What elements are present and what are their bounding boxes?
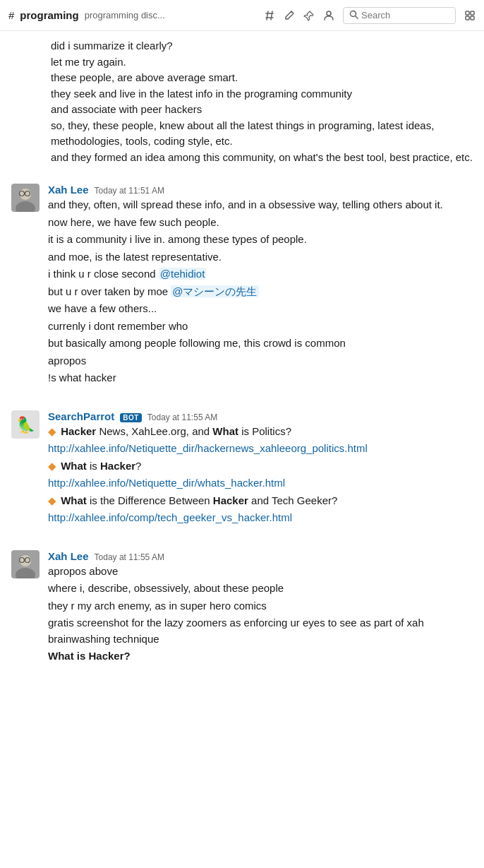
- timestamp: Today at 11:55 AM: [95, 552, 164, 562]
- message-body: Xah LeeToday at 11:51 AMand they, often,…: [48, 184, 473, 388]
- message-line: i think u r close second @tehidiot: [48, 266, 473, 283]
- message-line: we have a few others...: [48, 301, 473, 317]
- message-body: SearchParrotBOTToday at 11:55 AM◆ Hacker…: [48, 410, 473, 528]
- message-line: but u r over taken by moe @マシーンの先生: [48, 284, 473, 300]
- message-line: gratis screenshot for the lazy zoomers a…: [48, 615, 473, 647]
- message-with-avatar: Xah LeeToday at 11:51 AMand they, often,…: [0, 178, 484, 393]
- author-name[interactable]: Xah Lee: [48, 184, 89, 196]
- message-line: did i summarize it clearly?: [51, 38, 473, 54]
- message-line: What is Hacker?: [48, 648, 473, 665]
- hash-icon-2[interactable]: [264, 10, 275, 21]
- svg-rect-5: [471, 16, 474, 20]
- svg-point-0: [327, 11, 331, 16]
- message-line: http://xahlee.info/Netiquette_dir/hacker…: [48, 441, 473, 457]
- message-line: http://xahlee.info/Netiquette_dir/whats_…: [48, 475, 473, 492]
- pencil-icon[interactable]: [284, 10, 295, 21]
- message-text: apropos abovewhere i, describe, obsessiv…: [48, 564, 473, 665]
- message-line: where i, describe, obsessively, about th…: [48, 581, 473, 597]
- toolbar: # programing programming disc...: [0, 0, 484, 31]
- svg-text:🦜: 🦜: [16, 415, 36, 434]
- svg-rect-2: [466, 11, 469, 15]
- message-text: ◆ Hacker News, XahLee.org, and What is P…: [48, 424, 473, 526]
- message-line: but basically among people following me,…: [48, 335, 473, 352]
- message-line: so, they, these people, knew about all t…: [51, 118, 473, 150]
- message-with-avatar: 🦜 SearchParrotBOTToday at 11:55 AM◆ Hack…: [0, 405, 484, 533]
- avatar: 🦜: [11, 410, 40, 439]
- author-name[interactable]: SearchParrot: [48, 410, 114, 422]
- message-line: and moe, is the latest representative.: [48, 249, 473, 266]
- svg-rect-3: [471, 11, 474, 15]
- search-icon: [349, 10, 358, 21]
- channel-description: programming disc...: [85, 10, 176, 20]
- message-line: ◆ What is the Difference Between Hacker …: [48, 493, 473, 509]
- message-text: and they, often, will spread these info,…: [48, 197, 473, 386]
- bot-badge: BOT: [120, 413, 142, 422]
- message-line: these people, are above average smart.: [51, 70, 473, 86]
- avatar: [11, 184, 40, 212]
- hash-icon: #: [8, 9, 14, 21]
- message-continuation: did i summarize it clearly?let me try ag…: [0, 37, 484, 167]
- person-icon[interactable]: [323, 10, 334, 21]
- svg-point-1: [351, 11, 356, 16]
- message-line: ◆ Hacker News, XahLee.org, and What is P…: [48, 424, 473, 440]
- message-line: now here, we have few such people.: [48, 215, 473, 231]
- message-header: Xah LeeToday at 11:55 AM: [48, 550, 473, 562]
- grid-icon[interactable]: [464, 10, 476, 21]
- message-line: apropos above: [48, 564, 473, 580]
- message-line: let me try again.: [51, 54, 473, 71]
- message-with-avatar: Xah LeeToday at 11:55 AMapropos abovewhe…: [0, 545, 484, 672]
- message-header: SearchParrotBOTToday at 11:55 AM: [48, 410, 473, 422]
- search-box[interactable]: [343, 7, 456, 24]
- svg-rect-4: [466, 16, 469, 20]
- message-line: and associate with peer hackers: [51, 102, 473, 118]
- message-line: apropos: [48, 353, 473, 369]
- message-line: and they, often, will spread these info,…: [48, 197, 473, 213]
- pin-icon[interactable]: [303, 10, 315, 21]
- message-line: http://xahlee.info/comp/tech_geeker_vs_h…: [48, 510, 473, 526]
- author-name[interactable]: Xah Lee: [48, 550, 89, 562]
- timestamp: Today at 11:51 AM: [95, 186, 164, 196]
- message-line: they seek and live in the latest info in…: [51, 86, 473, 102]
- message-line: and they formed an idea among this commu…: [51, 150, 473, 166]
- message-line: they r my arch enemy, as in super hero c…: [48, 598, 473, 614]
- message-body: Xah LeeToday at 11:55 AMapropos abovewhe…: [48, 550, 473, 666]
- search-input[interactable]: [361, 10, 449, 20]
- toolbar-icons: [264, 7, 476, 24]
- channel-name: programing: [20, 9, 78, 21]
- message-line: ◆ What is Hacker?: [48, 458, 473, 475]
- message-header: Xah LeeToday at 11:51 AM: [48, 184, 473, 196]
- message-line: !s what hacker: [48, 370, 473, 386]
- timestamp: Today at 11:55 AM: [147, 412, 217, 422]
- avatar: [11, 550, 40, 578]
- messages-area: did i summarize it clearly?let me try ag…: [0, 31, 484, 677]
- message-line: it is a community i live in. among these…: [48, 232, 473, 248]
- message-line: currenly i dont remember who: [48, 319, 473, 335]
